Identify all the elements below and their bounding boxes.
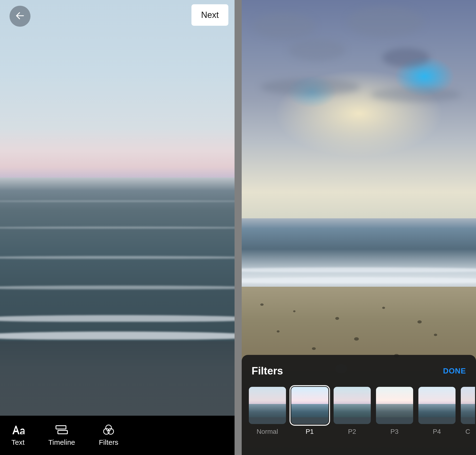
- svg-rect-1: [56, 426, 66, 429]
- filter-label: P4: [433, 428, 441, 435]
- filter-label: P3: [390, 428, 398, 435]
- arrow-left-icon: [15, 10, 25, 22]
- tool-timeline[interactable]: Timeline: [48, 424, 75, 447]
- split-view: Next Text Timeline: [0, 0, 476, 455]
- filter-label: Normal: [256, 428, 278, 435]
- filters-venn-icon: [102, 424, 115, 435]
- back-button[interactable]: [9, 6, 31, 27]
- tool-filters[interactable]: Filters: [99, 424, 118, 447]
- filter-option-c[interactable]: C: [461, 387, 475, 435]
- timeline-icon: [55, 424, 68, 435]
- filter-option-p2[interactable]: P2: [333, 387, 371, 435]
- bottom-toolbar: Text Timeline: [0, 416, 235, 455]
- editor-pane-left: Next Text Timeline: [0, 0, 235, 455]
- filter-thumb-p2: [333, 387, 371, 424]
- filter-label: C: [465, 428, 470, 435]
- filter-thumb-p3: [376, 387, 413, 424]
- filters-panel-title: Filters: [252, 365, 283, 377]
- filter-option-p4[interactable]: P4: [418, 387, 456, 435]
- next-button-label: Next: [201, 10, 219, 20]
- filter-thumb-normal: [249, 387, 286, 424]
- filter-thumb-c: [461, 387, 475, 424]
- filter-label: P2: [348, 428, 356, 435]
- filters-panel-header: Filters DONE: [242, 362, 476, 382]
- done-button-label: DONE: [443, 366, 466, 375]
- filter-thumb-p1: [291, 387, 328, 424]
- done-button[interactable]: DONE: [443, 366, 466, 375]
- filter-thumb-p4: [418, 387, 456, 424]
- tool-filters-label: Filters: [99, 438, 118, 447]
- filter-option-normal[interactable]: Normal: [249, 387, 286, 435]
- filter-option-p1[interactable]: P1: [291, 387, 328, 435]
- editor-pane-right: Filters DONE Normal: [242, 0, 476, 455]
- text-aa-icon: [12, 424, 24, 435]
- tool-timeline-label: Timeline: [48, 438, 75, 447]
- filters-strip[interactable]: Normal P1 P2: [242, 382, 476, 435]
- tool-text-label: Text: [11, 438, 24, 447]
- filters-panel: Filters DONE Normal: [242, 355, 476, 455]
- preview-image-left: [0, 0, 235, 455]
- next-button[interactable]: Next: [191, 4, 228, 26]
- svg-rect-2: [58, 431, 67, 434]
- filter-option-p3[interactable]: P3: [376, 387, 413, 435]
- filter-label: P1: [306, 428, 314, 435]
- tool-text[interactable]: Text: [11, 424, 24, 447]
